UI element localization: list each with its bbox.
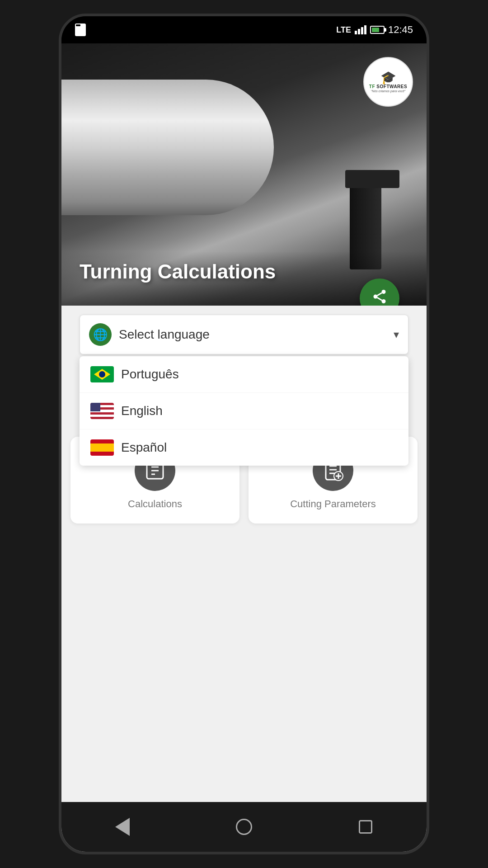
language-label-es: Español [121,440,167,455]
app-content: 🎓 TF SOFTWARES "Nós criamos para você" T… [61,43,427,852]
navigation-bar [61,802,427,852]
signal-icon [355,25,366,34]
recents-icon [359,820,372,834]
back-icon [115,818,130,836]
hero-title: Turning Calculations [80,260,276,283]
language-dropdown-container: 🌐 Select language ▾ Português [80,315,408,466]
back-button[interactable] [107,811,138,843]
language-select-label: Select language [119,327,210,342]
flag-usa [90,403,114,419]
home-button[interactable] [228,811,260,843]
svg-line-4 [377,293,382,296]
svg-point-2 [382,299,386,303]
svg-point-1 [374,295,378,299]
logo-name: TF SOFTWARES [369,84,407,90]
share-icon [371,288,388,306]
svg-point-0 [382,290,386,294]
status-right: LTE 12:45 [336,24,413,36]
recents-button[interactable] [350,811,381,843]
language-option-es[interactable]: Español [80,429,408,466]
battery-icon [370,26,385,34]
globe-icon: 🌐 [89,323,112,346]
sd-card-icon [75,24,86,36]
status-left [75,24,86,36]
lte-indicator: LTE [336,25,351,35]
chevron-down-icon: ▾ [394,328,399,341]
language-option-en[interactable]: English [80,393,408,429]
status-bar: LTE 12:45 [61,16,427,43]
logo-circle: 🎓 TF SOFTWARES "Nós criamos para você" [363,57,413,107]
language-label-en: English [121,404,163,418]
calculations-label: Calculations [128,498,182,510]
home-icon [236,819,252,835]
cutting-params-label: Cutting Parameters [290,498,376,510]
phone-frame: LTE 12:45 [59,14,429,854]
language-label-pt: Português [121,367,179,382]
flag-brazil [90,366,114,382]
language-dropdown-trigger[interactable]: 🌐 Select language ▾ [80,315,408,354]
bottom-content: 🌐 Select language ▾ Português [61,306,427,802]
time-display: 12:45 [388,24,413,36]
logo-hat-icon: 🎓 [380,71,396,84]
hero-image: 🎓 TF SOFTWARES "Nós criamos para você" T… [61,43,427,306]
flag-spain [90,439,114,456]
logo-tagline: "Nós criamos para você" [371,90,406,93]
dropdown-trigger-left: 🌐 Select language [89,323,210,346]
svg-line-3 [377,297,382,300]
language-dropdown-menu: Português [80,356,408,466]
language-option-pt[interactable]: Português [80,356,408,393]
